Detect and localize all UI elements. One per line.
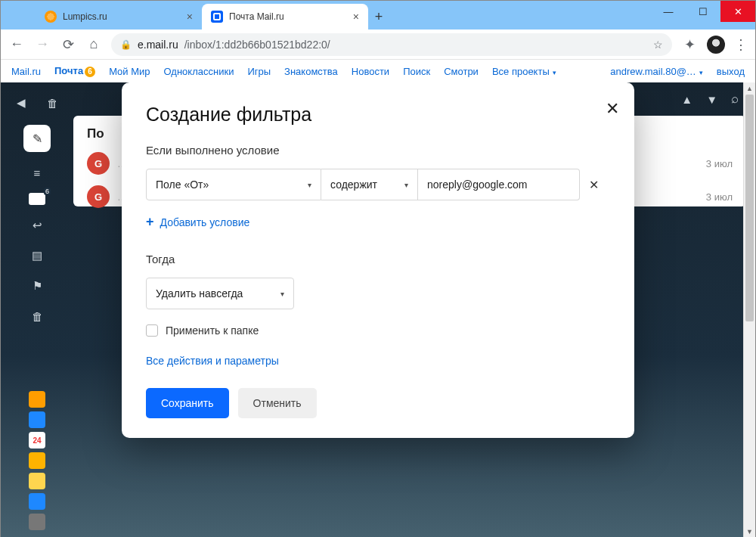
forward-button[interactable]: → [34, 36, 51, 53]
action-row: Удалить навсегда▾ [146, 278, 610, 309]
caret-down-icon: ▾ [308, 181, 311, 189]
reload-button[interactable]: ⟳ [60, 36, 76, 53]
settings-app-icon[interactable] [29, 514, 45, 530]
nav-news[interactable]: Новости [352, 66, 389, 77]
add-condition-label: Добавить условие [160, 216, 250, 228]
trash-icon[interactable]: 🗑 [47, 97, 58, 110]
menu-icon[interactable]: ≡ [27, 163, 47, 182]
calendar-app-icon[interactable]: 24 [29, 432, 45, 449]
nav-moimir[interactable]: Мой Мир [109, 66, 150, 77]
favicon-mailru [211, 11, 223, 23]
cancel-button[interactable]: Отменить [238, 388, 317, 418]
bookmark-icon[interactable]: ☆ [653, 39, 663, 51]
dialog-close-button[interactable]: ✕ [606, 99, 619, 119]
drafts-icon[interactable]: ▤ [27, 246, 47, 265]
maximize-button[interactable]: ☐ [686, 1, 720, 22]
bonus-app-icon[interactable] [29, 473, 45, 489]
browser-tab-lumpics[interactable]: Lumpics.ru × [36, 4, 202, 29]
row-date: 3 июл [706, 191, 733, 203]
checkbox-label: Применить к папке [166, 324, 259, 337]
close-icon[interactable]: × [353, 11, 359, 23]
nav-games[interactable]: Игры [247, 66, 271, 77]
left-rail: ◀ 🗑 ✎ ≡ 6 ↩ ▤ ⚑ 🗑 24 [1, 82, 73, 537]
nav-search[interactable]: Поиск [403, 66, 430, 77]
window-controls: — ☐ ✕ [651, 1, 755, 22]
minimize-button[interactable]: — [651, 1, 686, 22]
app-launcher: 24 [29, 391, 45, 530]
nav-logout[interactable]: выход [717, 66, 745, 77]
lock-icon: 🔒 [120, 39, 132, 50]
plus-icon: + [146, 214, 154, 230]
new-tab-button[interactable]: + [368, 6, 389, 27]
condition-field-select[interactable]: Поле «От»▾ [146, 169, 321, 200]
save-button[interactable]: Сохранить [146, 388, 229, 418]
back-button[interactable]: ← [8, 36, 25, 53]
tab-title: Lumpics.ru [63, 11, 107, 22]
profile-avatar[interactable] [707, 36, 725, 54]
browser-titlebar: Lumpics.ru × Почта Mail.ru × + — ☐ ✕ [1, 1, 755, 29]
nav-projects[interactable]: Все проекты [492, 66, 556, 77]
checkbox[interactable] [146, 324, 158, 337]
select-value: Поле «От» [156, 178, 209, 191]
nav-ok[interactable]: Одноклассники [164, 66, 234, 77]
condition-op-select[interactable]: содержит▾ [321, 169, 418, 200]
nav-mailru[interactable]: Mail.ru [11, 66, 41, 77]
remove-condition-button[interactable]: ✕ [580, 169, 607, 200]
select-value: содержит [330, 178, 377, 191]
nav-pochta[interactable]: Почта6 [54, 65, 95, 77]
cloud-app-icon[interactable] [29, 391, 45, 408]
trash2-icon[interactable]: 🗑 [27, 306, 47, 326]
select-value: Удалить навсегда [156, 287, 243, 300]
dialog-title: Создание фильтра [146, 104, 610, 126]
create-filter-dialog: ✕ Создание фильтра Если выполнено услови… [122, 82, 634, 438]
scroll-down-icon[interactable]: ▼ [744, 526, 755, 537]
close-icon[interactable]: × [187, 11, 193, 23]
omnibox[interactable]: 🔒 e.mail.ru/inbox/1:dd2b66b01521bd22:0/ … [111, 33, 672, 56]
tasks-app-icon[interactable] [29, 493, 45, 510]
input-value: noreply@google.com [427, 178, 528, 191]
flag-icon[interactable]: ⚑ [27, 276, 47, 296]
url-path: /inbox/1:dd2b66b01521bd22:0/ [184, 39, 330, 51]
up-icon[interactable]: ▲ [681, 93, 692, 106]
contacts-app-icon[interactable] [29, 411, 45, 428]
dialog-buttons: Сохранить Отменить [146, 388, 610, 418]
toolbar-right: ▲ ▼ ⌕ [681, 92, 739, 107]
all-actions-link[interactable]: Все действия и параметры [146, 355, 610, 367]
caret-down-icon: ▾ [280, 290, 284, 298]
row-date: 3 июл [706, 158, 733, 169]
portal-nav: Mail.ru Почта6 Мой Мир Одноклассники Игр… [1, 60, 755, 82]
add-condition-button[interactable]: + Добавить условие [146, 214, 610, 230]
condition-value-input[interactable]: noreply@google.com [418, 169, 580, 200]
home-button[interactable]: ⌂ [85, 36, 102, 53]
address-bar-row: ← → ⟳ ⌂ 🔒 e.mail.ru/inbox/1:dd2b66b01521… [1, 29, 755, 60]
money-app-icon[interactable] [29, 452, 45, 469]
scroll-up-icon[interactable]: ▲ [744, 82, 755, 95]
apply-to-folder-row[interactable]: Применить к папке [146, 324, 610, 337]
action-select[interactable]: Удалить навсегда▾ [146, 278, 294, 309]
nav-dating[interactable]: Знакомства [284, 66, 338, 77]
down-icon[interactable]: ▼ [706, 93, 717, 106]
kebab-menu-icon[interactable]: ⋮ [734, 36, 748, 53]
caret-down-icon: ▾ [404, 181, 408, 189]
nav-label: Почта [54, 65, 83, 76]
vertical-scrollbar[interactable]: ▲ ▼ [743, 82, 755, 537]
extensions-icon[interactable]: ✦ [681, 36, 698, 53]
unread-badge: 6 [85, 67, 95, 77]
scroll-thumb[interactable] [745, 95, 754, 321]
compose-button[interactable]: ✎ [23, 125, 51, 152]
reply-icon[interactable]: ↩ [27, 216, 47, 235]
tab-title: Почта Mail.ru [229, 11, 284, 22]
favicon-lumpics [45, 11, 57, 23]
unread-count: 6 [44, 188, 51, 195]
app-body: ◀ 🗑 ✎ ≡ 6 ↩ ▤ ⚑ 🗑 24 ▲ ▼ ⌕ [1, 82, 755, 537]
nav-user[interactable]: andrew.mail.80@… [610, 66, 703, 77]
nav-smotri[interactable]: Смотри [444, 66, 479, 77]
then-section-label: Тогда [146, 253, 610, 265]
back-icon[interactable]: ◀ [17, 96, 26, 110]
condition-section-label: Если выполнено условие [146, 144, 610, 157]
search-icon[interactable]: ⌕ [731, 92, 739, 107]
inbox-icon[interactable]: 6 [29, 193, 45, 205]
url-host: e.mail.ru [138, 39, 178, 51]
window-close-button[interactable]: ✕ [720, 1, 755, 22]
browser-tab-mailru[interactable]: Почта Mail.ru × [202, 4, 368, 29]
